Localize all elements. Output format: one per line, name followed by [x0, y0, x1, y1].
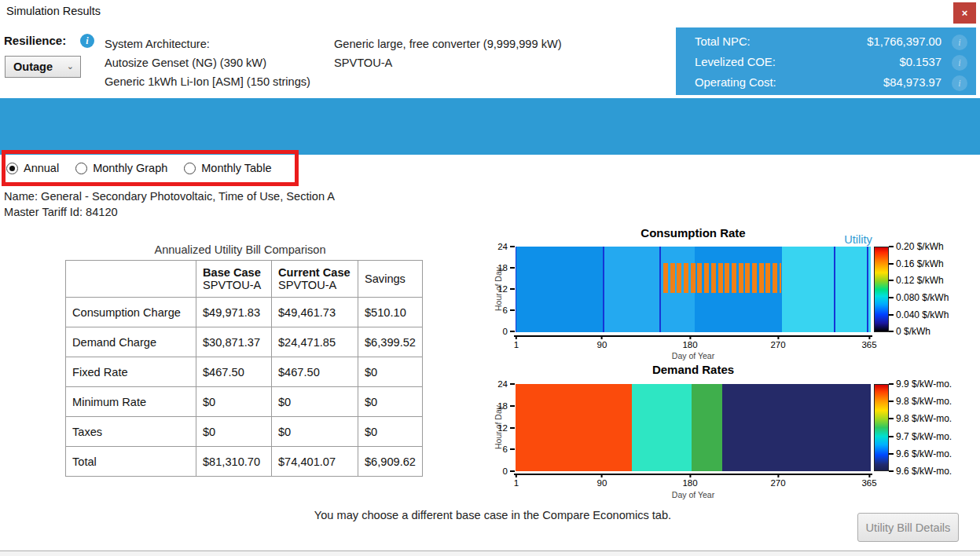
levelized-coe-label: Levelized COE:: [695, 56, 776, 68]
architecture-tariff: SPVTOU-A: [334, 53, 562, 72]
tab-fuel-summary[interactable]: Fuel Summary: [420, 227, 494, 253]
system-architecture-column2: Generic large, free converter (9,999,999…: [334, 35, 562, 72]
table-header-row: Base Case SPVTOU-A Current Case SPVTOU-A…: [66, 261, 423, 298]
header-savings: Savings: [358, 261, 423, 298]
demand-chart-title: Demand Rates: [516, 363, 871, 376]
base-case-sub: SPVTOU-A: [203, 279, 265, 291]
tab-band: Generic large, free converter Resilience…: [0, 98, 980, 155]
demand-x-axis: [514, 474, 872, 475]
y-tick: 12: [489, 283, 508, 294]
colorbar-tick: 0 $/kWh: [896, 326, 930, 337]
row-current-value: $74,401.07: [272, 447, 358, 477]
info-icon[interactable]: i: [952, 75, 967, 91]
utility-bill-table: Base Case SPVTOU-A Current Case SPVTOU-A…: [65, 260, 423, 477]
tariff-name: Name: General - Secondary Photovoltaic, …: [4, 188, 335, 204]
current-case-sub: SPVTOU-A: [278, 279, 351, 291]
row-current-value: $49,461.73: [272, 298, 358, 327]
operating-cost-label: Operating Cost:: [695, 76, 776, 89]
tariff-info: Name: General - Secondary Photovoltaic, …: [4, 188, 335, 220]
utility-bill-details-button[interactable]: Utility Bill Details: [857, 513, 959, 542]
colorbar-tick: 0.20 $/kWh: [896, 241, 944, 252]
chevron-down-icon: [67, 61, 74, 71]
consumption-chart-title: Consumption Rate: [516, 226, 871, 240]
table-row: Fixed Rate $467.50 $467.50 $0: [66, 357, 423, 387]
table-row: Demand Charge $30,871.37 $24,471.85 $6,3…: [66, 327, 423, 357]
row-label: Taxes: [66, 417, 196, 447]
colorbar-tick: 9.8 $/kW-mo.: [896, 413, 952, 424]
colorbar-tick: 0.12 $/kWh: [896, 275, 944, 286]
consumption-x-axis-label: Day of Year: [516, 351, 871, 360]
y-tick: 6: [489, 305, 508, 316]
system-architecture-heading: System Architecture:: [105, 35, 310, 53]
table-row: Minimum Rate $0 $0 $0: [66, 387, 423, 417]
x-tick: 270: [770, 340, 785, 350]
radio-annual-label: Annual: [24, 162, 59, 174]
row-base-value: $467.50: [196, 357, 272, 387]
row-current-value: $0: [272, 387, 358, 417]
view-option-radios: Annual Monthly Graph Monthly Table: [6, 162, 271, 174]
y-tick: 12: [489, 422, 508, 433]
info-icon[interactable]: i: [952, 35, 967, 50]
table-row: Total $81,310.70 $74,401.07 $6,909.62: [66, 447, 423, 477]
x-tick: 365: [861, 478, 876, 488]
header-current-case: Current Case SPVTOU-A: [272, 261, 358, 298]
base-case-note: You may choose a different base case in …: [237, 509, 748, 521]
header-base-case: Base Case SPVTOU-A: [196, 261, 272, 298]
bill-table-title: Annualized Utility Bill Comparison: [65, 243, 415, 256]
row-current-value: $24,471.85: [272, 327, 358, 357]
row-label: Minimum Rate: [66, 387, 196, 417]
y-tick: 18: [489, 262, 508, 273]
x-tick: 90: [597, 478, 607, 488]
x-tick: 180: [682, 478, 697, 488]
y-tick: 0: [489, 466, 508, 477]
x-tick: 1: [514, 340, 519, 350]
row-current-value: $467.50: [272, 357, 358, 387]
colorbar-tick: 0.16 $/kWh: [896, 258, 944, 269]
total-npc-label: Total NPC:: [695, 35, 751, 48]
header-empty-cell: [66, 261, 196, 298]
system-architecture-column1: System Architecture: Autosize Genset (NG…: [105, 35, 310, 91]
radio-annual[interactable]: Annual: [6, 162, 59, 174]
radio-monthly-table[interactable]: Monthly Table: [184, 162, 271, 174]
architecture-genset: Autosize Genset (NG) (390 kW): [105, 53, 310, 72]
consumption-x-axis: [514, 335, 872, 337]
radio-monthly-table-label: Monthly Table: [201, 162, 271, 174]
colorbar-tick: 9.6 $/kW-mo.: [896, 466, 952, 477]
colorbar-tick: 0.040 $/kWh: [896, 309, 949, 320]
outage-dropdown-value: Outage: [13, 60, 53, 73]
y-tick: 6: [489, 444, 508, 455]
radio-selected-icon: [6, 163, 18, 174]
x-tick: 90: [597, 340, 607, 350]
colorbar-tick: 9.9 $/kW-mo.: [896, 379, 952, 390]
demand-rates-heatmap: [516, 384, 871, 471]
y-tick: 0: [489, 326, 508, 337]
simulation-results-window: Simulation Results × Resilience: i Outag…: [0, 0, 980, 556]
radio-unselected-icon: [184, 163, 196, 174]
radio-monthly-graph[interactable]: Monthly Graph: [75, 162, 167, 174]
consumption-rate-heatmap: [516, 247, 871, 332]
architecture-converter: Generic large, free converter (9,999,999…: [334, 35, 562, 53]
demand-colorbar: [874, 384, 889, 471]
info-icon[interactable]: i: [80, 34, 94, 48]
outage-dropdown[interactable]: Outage: [5, 56, 81, 78]
radio-unselected-icon: [75, 163, 87, 174]
current-case-title: Current Case: [278, 266, 351, 279]
results-summary-box: Total NPC: $1,766,397.00 i Levelized COE…: [676, 27, 976, 95]
consumption-colorbar: [874, 247, 889, 332]
row-savings-value: $0: [358, 387, 423, 417]
radio-monthly-graph-label: Monthly Graph: [93, 162, 167, 174]
table-row: Consumption Charge $49,971.83 $49,461.73…: [66, 298, 423, 327]
bottom-strip: [0, 551, 980, 556]
row-savings-value: $6,399.52: [358, 327, 423, 357]
tariff-master-id: Master Tariff Id: 84120: [4, 204, 335, 220]
row-savings-value: $510.10: [358, 298, 423, 327]
close-button[interactable]: ×: [953, 2, 976, 24]
architecture-battery: Generic 1kWh Li-Ion [ASM] (150 strings): [105, 72, 310, 91]
row-savings-value: $6,909.62: [358, 447, 423, 477]
info-icon[interactable]: i: [952, 55, 967, 71]
row-base-value: $49,971.83: [196, 298, 272, 327]
x-tick: 365: [861, 340, 876, 350]
operating-cost-value: $84,973.97: [883, 76, 941, 89]
row-label: Total: [66, 447, 196, 477]
row-current-value: $0: [272, 417, 358, 447]
